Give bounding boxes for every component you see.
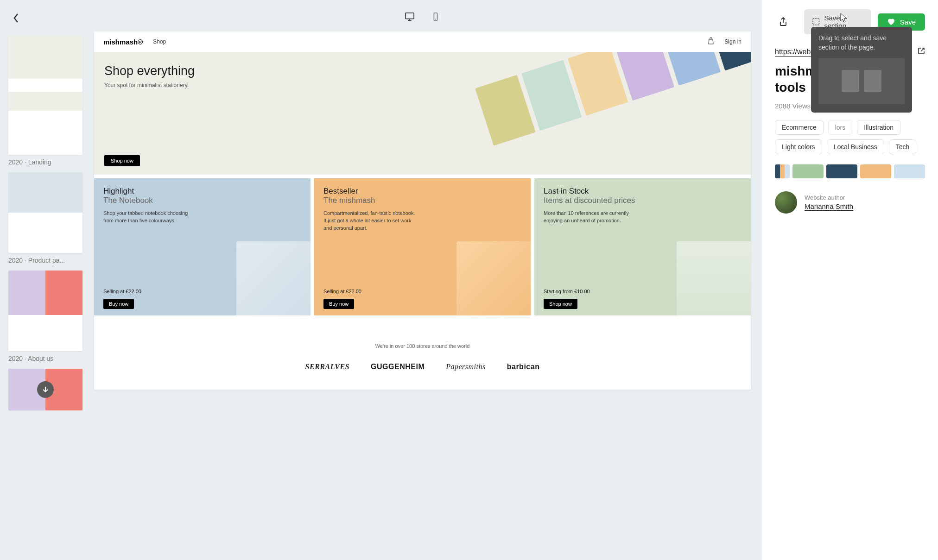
avatar[interactable] <box>775 191 797 214</box>
tag[interactable]: Ecommerce <box>775 120 824 135</box>
thumbnail-caption: 2020 · About us <box>8 355 86 362</box>
tooltip-illustration <box>818 58 905 104</box>
download-icon[interactable] <box>37 381 54 398</box>
cursor-icon <box>840 13 848 23</box>
signin-link[interactable]: Sign in <box>724 38 742 45</box>
svg-rect-1 <box>405 13 413 19</box>
share-button[interactable] <box>775 13 791 30</box>
mobile-device-button[interactable] <box>429 10 442 23</box>
tag[interactable]: Illustration <box>857 120 900 135</box>
cart-icon[interactable] <box>708 37 714 46</box>
palette-swatch[interactable] <box>792 164 824 178</box>
stores-section: We're in over 100 stores around the worl… <box>94 315 751 390</box>
author-label: Website author <box>805 194 853 201</box>
buy-now-button[interactable]: Buy now <box>103 299 134 309</box>
card-price: Selling at €22.00 <box>103 289 141 294</box>
palette-swatch[interactable] <box>894 164 925 178</box>
card-artwork <box>677 241 751 315</box>
card-title: Items at discounted prices <box>544 196 742 205</box>
palette-swatch[interactable] <box>860 164 891 178</box>
color-palette <box>775 164 925 178</box>
back-button[interactable] <box>8 10 24 26</box>
thumbnail-item[interactable] <box>8 369 86 410</box>
card-description: Compartmentalized, fan-tastic notebook. … <box>323 210 416 232</box>
stores-text: We're in over 100 stores around the worl… <box>103 343 742 349</box>
desktop-device-button[interactable] <box>403 10 416 23</box>
card-overline: Highlight <box>103 187 301 196</box>
thumbnail-image <box>8 36 82 155</box>
palette-swatch[interactable] <box>826 164 857 178</box>
card-description: Shop your tabbed notebook choosing from … <box>103 210 196 225</box>
tag[interactable]: Light colors <box>775 139 822 154</box>
views-count: 2088 Views <box>775 102 811 110</box>
store-logos: SERRALVES GUGGENHEIM Papersmiths barbica… <box>103 363 742 371</box>
save-section-tooltip: Drag to select and save section of the p… <box>811 27 912 113</box>
card-artwork <box>236 241 311 315</box>
device-switcher <box>94 10 751 23</box>
card-description: More than 10 references are currently en… <box>544 210 636 225</box>
thumbnail-image <box>8 271 82 351</box>
card-overline: Bestseller <box>323 187 521 196</box>
card-title: The mishmash <box>323 196 521 205</box>
thumbnail-list: 2020 · Landing 2020 · Product pa... 2020… <box>8 36 86 410</box>
store-logo: Papersmiths <box>446 363 486 371</box>
tooltip-text: Drag to select and save section of the p… <box>818 33 905 52</box>
svg-rect-6 <box>813 19 819 25</box>
card-overline: Last in Stock <box>544 187 742 196</box>
palette-swatch-multi[interactable] <box>775 164 790 178</box>
thumbnail-item[interactable]: 2020 · About us <box>8 271 86 362</box>
card-artwork <box>456 241 531 315</box>
thumbnail-image <box>8 172 82 253</box>
card-title: The Notebook <box>103 196 301 205</box>
card-price: Starting from €10.00 <box>544 289 590 294</box>
thumbnail-item[interactable]: 2020 · Landing <box>8 36 86 166</box>
thumbnail-image <box>8 369 82 410</box>
website-preview: mishmash® Shop Sign in Shop everything Y… <box>94 31 751 390</box>
product-card-lastinstock[interactable]: Last in Stock Items at discounted prices… <box>534 178 751 315</box>
save-label: Save <box>900 18 916 26</box>
product-card-bestseller[interactable]: Bestseller The mishmash Compartmentalize… <box>314 178 531 315</box>
nav-shop-link[interactable]: Shop <box>153 38 166 45</box>
hero-section: Shop everything Your spot for minimalist… <box>94 52 751 175</box>
tag-hidden[interactable]: lors <box>828 120 853 135</box>
store-logo: barbican <box>507 363 540 371</box>
external-link-icon[interactable] <box>918 47 925 57</box>
author-name[interactable]: Marianna Smith <box>805 202 853 211</box>
store-logo: SERRALVES <box>305 363 350 371</box>
shop-now-button[interactable]: Shop now <box>544 299 577 309</box>
svg-line-7 <box>921 48 924 51</box>
brand-logo: mishmash® <box>103 38 143 46</box>
tag[interactable]: Local Business <box>827 139 884 154</box>
store-logo: GUGGENHEIM <box>371 363 425 371</box>
thumbnail-caption: 2020 · Product pa... <box>8 257 86 264</box>
shop-now-button[interactable]: Shop now <box>104 155 140 166</box>
thumbnail-caption: 2020 · Landing <box>8 158 86 166</box>
author-block: Website author Marianna Smith <box>775 191 925 214</box>
product-card-highlight[interactable]: Highlight The Notebook Shop your tabbed … <box>94 178 311 315</box>
website-url[interactable]: https://webf <box>775 48 813 57</box>
tag-list: Ecommerce lors Illustration Light colors… <box>775 120 925 154</box>
tag[interactable]: Tech <box>889 139 917 154</box>
card-price: Selling at €22.00 <box>323 289 361 294</box>
buy-now-button[interactable]: Buy now <box>323 299 354 309</box>
thumbnail-item[interactable]: 2020 · Product pa... <box>8 172 86 264</box>
